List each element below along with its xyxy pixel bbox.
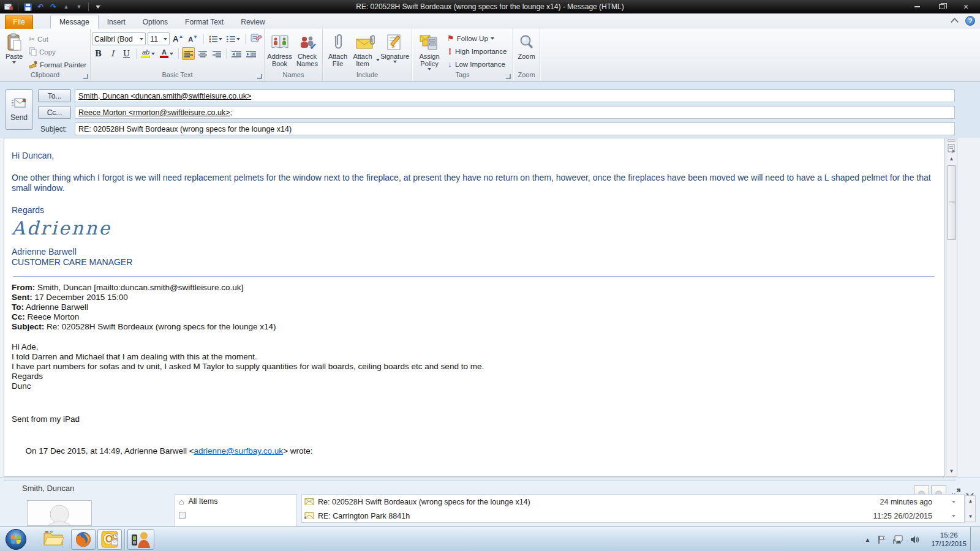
scroll-up-icon[interactable]: ▲ xyxy=(947,154,956,163)
save-icon[interactable] xyxy=(23,2,32,12)
font-color-button[interactable]: A xyxy=(158,47,175,60)
list-item[interactable]: Re: 020528H Swift Bordeaux (wrong specs … xyxy=(302,495,964,509)
bold-button[interactable]: B xyxy=(92,47,105,60)
signature-button[interactable]: Signature xyxy=(380,30,410,67)
bullets-button[interactable] xyxy=(207,32,223,45)
basic-text-dialog-launcher-icon[interactable] xyxy=(257,74,262,79)
scroll-up-icon[interactable]: ▲ xyxy=(966,497,975,506)
undo-icon[interactable]: ↶ xyxy=(36,2,45,12)
tab-insert[interactable]: Insert xyxy=(99,15,134,29)
tab-options[interactable]: Options xyxy=(134,15,176,29)
quoted-subject-line: Subject: Re: 020528H Swift Bordeaux (wro… xyxy=(12,322,936,332)
browse-object-icon[interactable] xyxy=(947,143,956,153)
format-painter-button[interactable]: Format Painter xyxy=(27,58,88,71)
action-center-flag-icon[interactable] xyxy=(878,535,886,544)
people-pane-scrollbar[interactable]: ▲ ▼ xyxy=(965,495,976,522)
house-icon: ⌂ xyxy=(179,497,184,506)
restore-button[interactable] xyxy=(933,2,949,12)
scroll-down-icon[interactable]: ▼ xyxy=(947,467,956,476)
send-button[interactable]: Send xyxy=(5,89,33,130)
underline-button[interactable]: U xyxy=(120,47,133,60)
close-button[interactable]: × xyxy=(958,2,974,12)
tab-review[interactable]: Review xyxy=(232,15,273,29)
firefox-taskbar-button[interactable] xyxy=(71,529,96,550)
clear-formatting-button[interactable] xyxy=(249,32,263,45)
paste-icon xyxy=(6,32,22,53)
cc-button[interactable]: Cc... xyxy=(38,106,71,119)
italic-button[interactable]: I xyxy=(106,47,119,60)
copy-icon xyxy=(29,47,37,57)
copy-button[interactable]: Copy xyxy=(27,45,88,58)
scroll-down-icon[interactable]: ▼ xyxy=(966,512,975,521)
quoted-body-line: I told Darren and Michael that I am deal… xyxy=(12,352,936,362)
font-size-combo[interactable]: 11 xyxy=(148,32,169,45)
follow-up-button[interactable]: ⚑ Follow Up xyxy=(445,32,508,45)
check-names-button[interactable]: ✔ Check Names xyxy=(293,30,321,67)
low-importance-button[interactable]: ↓ Low Importance xyxy=(445,58,508,70)
tab-format-text[interactable]: Format Text xyxy=(176,15,232,29)
shrink-font-button[interactable]: A▼ xyxy=(187,32,200,45)
message-body[interactable]: Hi Duncan, One other thing which I forgo… xyxy=(4,138,945,477)
sent-from-line: Sent from my iPad xyxy=(12,414,936,424)
body-scrollbar[interactable]: ▲ ▼ xyxy=(946,138,957,477)
help-icon[interactable]: ? xyxy=(965,16,975,26)
grow-font-button[interactable]: A▲ xyxy=(172,32,185,45)
to-field[interactable]: Smith, Duncan <duncan.smith@swiftleisure… xyxy=(75,89,955,102)
assign-policy-button[interactable]: Assign Policy xyxy=(413,30,445,70)
qat-separator xyxy=(18,2,18,11)
signature-name: Adrienne Barwell xyxy=(12,247,936,257)
attach-item-button[interactable]: Attach Item xyxy=(352,30,380,67)
show-desktop-button[interactable] xyxy=(970,527,980,551)
tab-message[interactable]: Message xyxy=(50,15,99,29)
redo-icon[interactable]: ↷ xyxy=(48,2,58,12)
decrease-indent-button[interactable] xyxy=(230,47,243,60)
zoom-button[interactable]: Zoom xyxy=(514,30,538,60)
cut-icon: ✂ xyxy=(29,35,35,43)
align-left-button[interactable] xyxy=(182,47,195,60)
hidden-icons-button[interactable]: ▲ xyxy=(865,536,871,543)
increase-indent-button[interactable] xyxy=(244,47,258,60)
paste-label: Paste xyxy=(6,53,23,60)
names-group: Address Book ✔ Check Names Names xyxy=(265,29,323,81)
contact-photo[interactable] xyxy=(27,500,92,526)
contact-name: Smith, Duncan xyxy=(22,484,74,493)
text-highlight-button[interactable]: ab xyxy=(140,47,157,60)
start-button[interactable] xyxy=(5,528,27,550)
minimize-button[interactable] xyxy=(909,2,925,12)
people-pane-splitter[interactable] xyxy=(4,479,956,481)
attach-file-button[interactable]: Attach File xyxy=(325,30,352,67)
list-item[interactable]: RE: Carrington Park 8841h 11:25 26/02/20… xyxy=(302,509,964,523)
clipboard-group-label: Clipboard xyxy=(31,71,59,78)
high-importance-button[interactable]: ! High Importance xyxy=(445,45,508,58)
communicator-taskbar-button[interactable] xyxy=(127,529,154,550)
cut-button[interactable]: ✂ Cut xyxy=(27,32,88,45)
network-icon[interactable] xyxy=(893,535,903,544)
tags-dialog-launcher-icon[interactable] xyxy=(506,74,511,79)
taskbar-clock[interactable]: 15:26 17/12/2015 xyxy=(927,531,967,548)
cc-field[interactable]: Reece Morton <rmorton@swiftleisure.co.uk… xyxy=(75,106,955,119)
collapse-ribbon-icon[interactable] xyxy=(951,18,959,24)
font-name-combo[interactable]: Calibri (Bod xyxy=(92,32,146,45)
email-link[interactable]: adrienne@surfbay.co.uk xyxy=(194,446,284,455)
align-center-button[interactable] xyxy=(196,47,209,60)
subject-field[interactable]: RE: 020528H Swift Bordeaux (wrong specs … xyxy=(75,122,955,135)
tab-file[interactable]: File xyxy=(5,15,33,29)
volume-icon[interactable] xyxy=(910,535,920,544)
item-dropdown-caret-icon[interactable] xyxy=(952,515,956,517)
split-handle[interactable] xyxy=(948,139,956,142)
item-dropdown-caret-icon[interactable] xyxy=(952,501,956,503)
outlook-taskbar-button[interactable]: O xyxy=(97,529,122,550)
scrollbar-thumb[interactable] xyxy=(947,165,956,240)
paste-button[interactable]: Paste xyxy=(1,30,27,71)
to-button[interactable]: To... xyxy=(38,89,71,102)
signature-role: CUSTOMER CARE MANAGER xyxy=(12,257,936,268)
font-name-caret-icon xyxy=(140,38,143,40)
nav-all-items[interactable]: ⌂ All Items xyxy=(175,495,296,508)
customize-qat-dropdown-icon[interactable] xyxy=(93,2,103,12)
clipboard-dialog-launcher-icon[interactable] xyxy=(83,74,88,79)
numbering-button[interactable] xyxy=(225,32,241,45)
explorer-taskbar-icon[interactable] xyxy=(43,530,64,549)
nav-item-partial[interactable] xyxy=(175,508,296,522)
address-book-button[interactable]: Address Book xyxy=(266,30,293,67)
align-right-button[interactable] xyxy=(210,47,223,60)
